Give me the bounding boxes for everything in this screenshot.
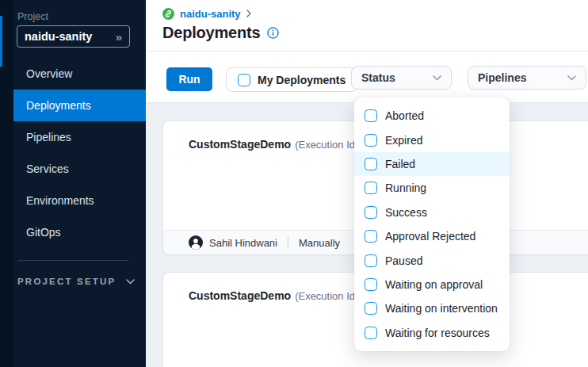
project-label: Project [17, 11, 48, 22]
breadcrumb-project-link[interactable]: naidu-sanity [180, 8, 241, 20]
menu-item-waiting-for-resources[interactable]: Waiting for resources [354, 321, 510, 345]
double-chevron-icon[interactable]: » [116, 31, 122, 43]
menu-item-approval-rejected[interactable]: Approval Rejected [354, 224, 510, 248]
checkbox[interactable] [365, 254, 377, 267]
avatar [189, 235, 203, 250]
menu-item-expired[interactable]: Expired [354, 128, 510, 151]
execution-owner: Sahil Hindwani [209, 237, 277, 249]
checkbox[interactable] [365, 109, 377, 122]
checkbox[interactable] [365, 158, 377, 170]
menu-item-waiting-on-approval[interactable]: Waiting on approval [354, 273, 510, 296]
checkbox[interactable] [365, 278, 377, 291]
checkbox[interactable] [365, 134, 377, 147]
sidebar-item-environments[interactable]: Environments [0, 185, 146, 216]
checkbox[interactable] [365, 302, 377, 315]
run-button[interactable]: Run [166, 67, 212, 91]
project-selector-value: naidu-sanity [25, 30, 92, 43]
my-deployments-toggle[interactable]: My Deployments [226, 67, 357, 92]
menu-item-success[interactable]: Success [354, 201, 510, 224]
execution-id-text: (Execution Id [295, 290, 355, 302]
pipeline-name: CustomStageDemo [189, 138, 291, 151]
checkbox[interactable] [365, 327, 377, 339]
checkbox[interactable] [365, 230, 377, 243]
toolbar: Run My Deployments Status Pipelines [146, 52, 588, 103]
chevron-right-icon [246, 10, 251, 17]
sidebar-divider [17, 260, 128, 261]
sidebar-item-deployments[interactable]: Deployments [0, 90, 146, 121]
checkbox[interactable] [365, 182, 377, 194]
pipelines-filter-label: Pipelines [478, 71, 526, 84]
page-header: naidu-sanity Deployments [146, 0, 588, 52]
status-filter-dropdown[interactable]: Status [351, 66, 452, 90]
sidebar-item-overview[interactable]: Overview [0, 58, 146, 90]
info-icon[interactable] [267, 27, 279, 39]
sidebar: Project naidu-sanity » Overview Deployme… [0, 0, 146, 367]
chevron-down-icon [433, 75, 441, 81]
project-link-icon [162, 8, 174, 20]
project-selector[interactable]: naidu-sanity » [17, 25, 130, 48]
menu-item-waiting-on-intervention[interactable]: Waiting on intervention [354, 296, 510, 320]
execution-trigger: Manually [299, 237, 340, 249]
sidebar-item-pipelines[interactable]: Pipelines [0, 121, 146, 153]
execution-id-text: (Execution Id [295, 139, 355, 151]
menu-item-failed[interactable]: Failed [354, 152, 510, 176]
breadcrumb: naidu-sanity [162, 7, 588, 20]
status-filter-label: Status [361, 71, 395, 84]
chevron-down-icon [126, 279, 135, 285]
sidebar-item-services[interactable]: Services [0, 153, 146, 185]
menu-item-running[interactable]: Running [354, 176, 510, 200]
menu-item-paused[interactable]: Paused [354, 248, 510, 272]
project-setup-label: PROJECT SETUP [17, 277, 116, 286]
my-deployments-label: My Deployments [258, 74, 346, 86]
checkbox[interactable] [365, 206, 377, 219]
title-row: Deployments [162, 24, 588, 42]
sidebar-item-gitops[interactable]: GitOps [0, 216, 146, 248]
module-rail-active-indicator [0, 16, 2, 67]
page-title: Deployments [162, 24, 260, 42]
sidebar-nav: Overview Deployments Pipelines Services … [0, 58, 146, 248]
status-filter-menu: Aborted Expired Failed Running Success A… [354, 97, 510, 351]
my-deployments-checkbox[interactable] [238, 74, 250, 86]
footer-divider [288, 237, 288, 248]
module-rail [0, 0, 13, 367]
chevron-down-icon [567, 75, 576, 81]
pipeline-name: CustomStageDemo [189, 289, 291, 302]
pipelines-filter-dropdown[interactable]: Pipelines [468, 66, 586, 90]
project-setup-toggle[interactable]: PROJECT SETUP [17, 277, 135, 286]
menu-item-aborted[interactable]: Aborted [354, 104, 510, 128]
